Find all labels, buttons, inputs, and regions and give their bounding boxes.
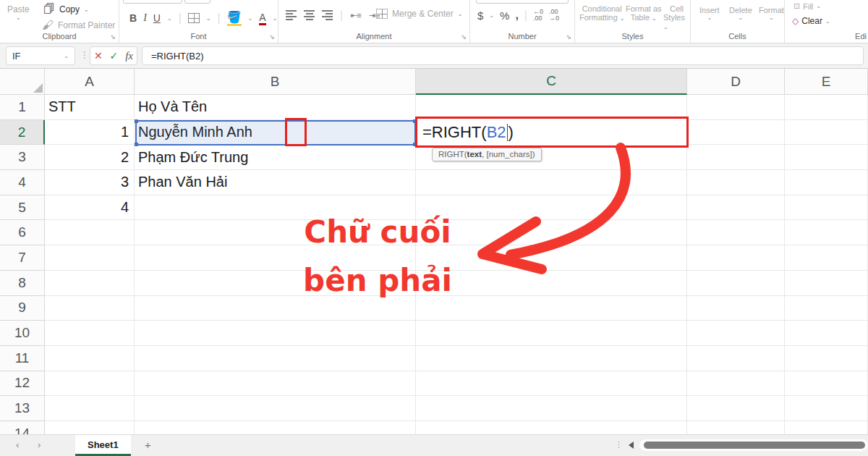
cell-A8[interactable]	[45, 271, 135, 296]
chevron-down-icon[interactable]: ⌄	[489, 12, 494, 19]
row-header-11[interactable]: 11	[0, 346, 45, 371]
cell-E14[interactable]	[785, 421, 868, 434]
name-box[interactable]: IF ⌄	[6, 46, 75, 65]
dialog-launcher-icon[interactable]: ⇘	[269, 33, 275, 41]
cell-D6[interactable]	[687, 220, 785, 245]
cell-E11[interactable]	[785, 346, 868, 371]
name-box-resizer[interactable]: ⋮	[80, 50, 89, 60]
fill-color-icon[interactable]: 🪣	[227, 10, 242, 26]
cell-styles-button[interactable]: Cell Styles ⌄	[663, 4, 690, 30]
cell-A1[interactable]: STT	[45, 95, 135, 120]
cell-D14[interactable]	[687, 421, 785, 434]
next-sheet-icon[interactable]: ›	[38, 439, 41, 450]
conditional-formatting-button[interactable]: Conditional Formatting ⌄	[579, 4, 624, 22]
cell-A7[interactable]	[45, 245, 135, 271]
cell-B1[interactable]: Họ Và Tên	[135, 95, 416, 120]
cell-E8[interactable]	[785, 271, 868, 296]
chevron-down-icon[interactable]: ⌄	[206, 15, 211, 22]
cell-A10[interactable]	[45, 321, 135, 346]
cell-E12[interactable]	[785, 371, 868, 397]
horizontal-scrollbar-thumb[interactable]	[644, 442, 865, 449]
cell-A2[interactable]: 1	[45, 120, 135, 145]
format-button[interactable]: Format ⌄	[759, 6, 784, 21]
cell-E5[interactable]	[785, 195, 868, 221]
cell-E4[interactable]	[785, 170, 868, 195]
cell-B13[interactable]	[135, 396, 416, 421]
cell-A4[interactable]: 3	[45, 170, 135, 195]
column-header-D[interactable]: D	[687, 69, 785, 95]
enter-icon[interactable]: ✓	[110, 50, 119, 62]
row-header-8[interactable]: 8	[0, 271, 45, 296]
cell-A12[interactable]	[45, 371, 135, 397]
align-left-icon[interactable]	[286, 9, 297, 22]
cell-B12[interactable]	[135, 371, 416, 397]
sheet-tab-sheet1[interactable]: Sheet1	[75, 435, 131, 456]
row-header-5[interactable]: 5	[0, 195, 45, 221]
cell-A11[interactable]	[45, 346, 135, 371]
column-header-A[interactable]: A	[45, 69, 135, 95]
font-size-box[interactable]	[184, 0, 210, 4]
chevron-down-icon[interactable]: ⌄	[167, 15, 172, 22]
cell-D1[interactable]	[687, 95, 785, 120]
cell-A5[interactable]: 4	[45, 195, 135, 221]
bold-button[interactable]: B	[129, 12, 137, 24]
new-sheet-button[interactable]: +	[145, 439, 151, 451]
cell-A14[interactable]	[45, 421, 135, 434]
cell-E1[interactable]	[785, 95, 868, 120]
cell-A6[interactable]	[45, 220, 135, 245]
fill-button[interactable]: ⊡ Fill ⌄	[793, 1, 821, 11]
row-header-13[interactable]: 13	[0, 396, 45, 421]
cell-E9[interactable]	[785, 296, 868, 321]
row-header-1[interactable]: 1	[0, 95, 45, 120]
align-right-icon[interactable]	[322, 9, 333, 22]
cell-E3[interactable]	[785, 145, 868, 170]
cell-B3[interactable]: Phạm Đức Trung	[135, 145, 416, 170]
formula-input[interactable]: =RIGHT(B2)	[142, 46, 864, 65]
cell-C10[interactable]	[416, 321, 687, 346]
copy-button[interactable]: 🗍 Copy ⌄	[43, 3, 89, 16]
cell-A3[interactable]: 2	[45, 145, 135, 170]
cell-C13[interactable]	[416, 396, 687, 421]
increase-decimal-icon[interactable]: ←0.00	[533, 9, 543, 22]
cell-C9[interactable]	[416, 296, 687, 321]
percent-button[interactable]: %	[500, 9, 509, 22]
cell-A13[interactable]	[45, 396, 135, 421]
cell-D5[interactable]	[687, 195, 785, 221]
cell-D11[interactable]	[687, 346, 785, 371]
cell-C14[interactable]	[416, 421, 687, 434]
cell-B11[interactable]	[135, 346, 416, 371]
cell-E10[interactable]	[785, 321, 868, 346]
range-handle[interactable]	[135, 143, 138, 146]
cell-B10[interactable]	[135, 321, 416, 346]
cell-D4[interactable]	[687, 170, 785, 195]
paste-button[interactable]: Paste ⌄	[7, 4, 30, 21]
scroll-left-icon[interactable]	[629, 442, 634, 449]
dialog-launcher-icon[interactable]: ⇘	[110, 33, 116, 41]
select-all-corner[interactable]	[0, 69, 45, 95]
cell-B14[interactable]	[135, 421, 416, 434]
decrease-decimal-icon[interactable]: .00→0	[549, 9, 559, 22]
dialog-launcher-icon[interactable]: ⇘	[566, 33, 571, 41]
prev-sheet-icon[interactable]: ‹	[16, 439, 19, 450]
chevron-down-icon[interactable]: ⌄	[248, 15, 253, 22]
column-header-C[interactable]: C	[416, 69, 687, 95]
cell-B9[interactable]	[135, 296, 416, 321]
insert-button[interactable]: Insert ⌄	[699, 6, 720, 21]
cell-D7[interactable]	[687, 245, 785, 271]
font-color-icon[interactable]: A	[259, 12, 265, 25]
align-center-icon[interactable]	[304, 9, 315, 22]
cell-D10[interactable]	[687, 321, 785, 346]
row-header-6[interactable]: 6	[0, 220, 45, 245]
cell-E13[interactable]	[785, 396, 868, 421]
range-handle[interactable]	[135, 119, 138, 123]
clear-button[interactable]: ◇ Clear ⌄	[792, 16, 830, 26]
dialog-launcher-icon[interactable]: ⇘	[461, 33, 467, 41]
row-header-9[interactable]: 9	[0, 296, 45, 321]
cell-E7[interactable]	[785, 245, 868, 271]
column-header-E[interactable]: E	[785, 69, 868, 95]
cell-D8[interactable]	[687, 271, 785, 296]
delete-button[interactable]: Delete ⌄	[729, 6, 752, 21]
chevron-down-icon[interactable]: ⌄	[273, 15, 278, 22]
row-header-10[interactable]: 10	[0, 321, 45, 346]
horizontal-scrollbar[interactable]	[639, 439, 868, 451]
